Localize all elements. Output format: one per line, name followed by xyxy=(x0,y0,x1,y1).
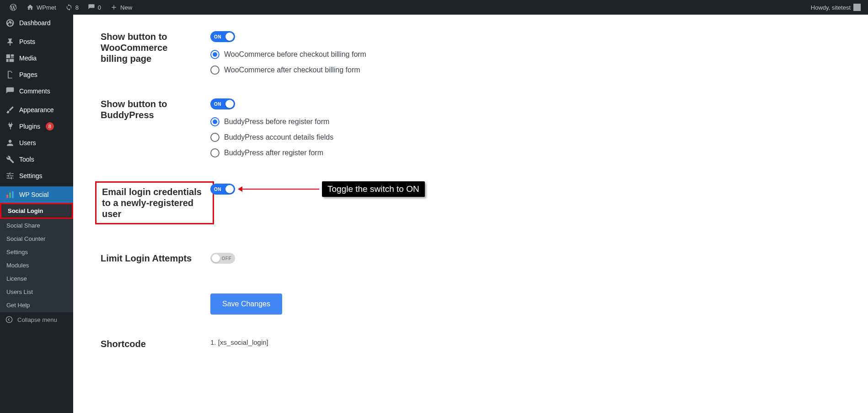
sidebar-item-plugins[interactable]: Plugins 8 xyxy=(0,118,73,135)
setting-shortcode: Shortcode 1. [xs_social_login] xyxy=(73,331,868,357)
sidebar-item-users[interactable]: Users xyxy=(0,135,73,151)
submenu-license[interactable]: License xyxy=(0,272,73,285)
new-content-menu[interactable]: New xyxy=(107,0,136,15)
wordpress-icon xyxy=(9,3,17,11)
radio-icon xyxy=(210,133,220,142)
toggle-limit-attempts[interactable]: OFF xyxy=(210,253,235,264)
svg-point-3 xyxy=(6,316,12,322)
setting-buddypress: Show button to BuddyPress ON BuddyPress … xyxy=(73,91,868,165)
site-name-menu[interactable]: WPmet xyxy=(23,0,60,15)
radio-bp-before[interactable]: BuddyPress before register form xyxy=(210,117,333,126)
updates-menu[interactable]: 8 xyxy=(62,0,82,15)
submenu-settings[interactable]: Settings xyxy=(0,245,73,259)
toggle-knob xyxy=(225,100,234,108)
submenu-users-list[interactable]: Users List xyxy=(0,285,73,299)
sidebar-item-label: Dashboard xyxy=(19,19,51,27)
setting-limit-attempts: Limit Login Attempts OFF xyxy=(73,245,868,272)
setting-label: Limit Login Attempts xyxy=(101,253,197,264)
submenu-social-share[interactable]: Social Share xyxy=(0,219,73,232)
annotation-arrow xyxy=(241,189,319,190)
setting-label: Show button to WooCommerce billing page xyxy=(101,31,197,64)
toggle-label: ON xyxy=(214,187,221,192)
svg-rect-0 xyxy=(7,195,8,198)
howdy-text: Howdy, sitetest xyxy=(811,4,851,11)
plugins-update-badge: 8 xyxy=(46,122,54,130)
collapse-icon xyxy=(5,316,13,323)
wrench-icon xyxy=(5,155,15,164)
sidebar-item-label: Plugins xyxy=(19,123,40,130)
sidebar-item-posts[interactable]: Posts xyxy=(0,33,73,50)
sidebar-item-settings[interactable]: Settings xyxy=(0,168,73,184)
radio-bp-after[interactable]: BuddyPress after register form xyxy=(210,148,333,158)
toggle-knob xyxy=(225,33,234,41)
sidebar-item-dashboard[interactable]: Dashboard xyxy=(0,15,73,31)
comment-icon xyxy=(5,87,15,96)
sidebar-item-comments[interactable]: Comments xyxy=(0,83,73,99)
sidebar-item-label: Users xyxy=(19,139,36,147)
update-icon xyxy=(65,4,73,11)
radio-woo-after[interactable]: WooCommerce after checkout billing form xyxy=(210,65,366,75)
submenu-social-counter[interactable]: Social Counter xyxy=(0,232,73,245)
toggle-email-credentials[interactable]: ON xyxy=(210,184,235,195)
user-icon xyxy=(5,138,15,147)
sidebar-item-label: Tools xyxy=(19,156,34,163)
radio-icon xyxy=(210,65,220,75)
collapse-menu-button[interactable]: Collapse menu xyxy=(0,312,73,327)
sidebar-item-label: WP Social xyxy=(19,191,48,198)
sidebar-item-label: Appearance xyxy=(19,106,54,114)
updates-count: 8 xyxy=(75,4,79,11)
wp-social-icon xyxy=(5,190,15,199)
setting-email-credentials: Email login credentials to a newly-regis… xyxy=(73,174,868,232)
avatar xyxy=(853,4,861,11)
sidebar-item-label: Pages xyxy=(19,71,38,78)
media-icon xyxy=(5,54,15,63)
radio-label: WooCommerce after checkout billing form xyxy=(224,66,360,74)
toggle-label: OFF xyxy=(222,256,232,261)
shortcode-value: 1. [xs_social_login] xyxy=(210,338,268,346)
toggle-buddypress[interactable]: ON xyxy=(210,98,235,109)
svg-rect-1 xyxy=(10,193,11,198)
sidebar-item-wp-social[interactable]: WP Social xyxy=(0,186,73,203)
setting-label: Shortcode xyxy=(101,338,197,349)
sidebar-item-media[interactable]: Media xyxy=(0,50,73,66)
sidebar-item-tools[interactable]: Tools xyxy=(0,151,73,168)
comments-menu[interactable]: 0 xyxy=(84,0,105,15)
annotation-text: Toggle the switch to ON xyxy=(322,181,425,197)
admin-bar: WPmet 8 0 New Howdy, sitetest xyxy=(0,0,868,15)
sidebar-item-pages[interactable]: Pages xyxy=(0,66,73,83)
admin-bar-left: WPmet 8 0 New xyxy=(5,0,136,15)
setting-woocommerce: Show button to WooCommerce billing page … xyxy=(73,24,868,82)
toggle-knob xyxy=(225,185,234,193)
toggle-knob xyxy=(212,254,220,262)
sidebar-item-label: Media xyxy=(19,54,37,62)
collapse-label: Collapse menu xyxy=(17,316,57,323)
home-icon xyxy=(27,4,34,11)
sidebar-item-appearance[interactable]: Appearance xyxy=(0,102,73,118)
sidebar-item-label: Settings xyxy=(19,172,43,179)
toggle-woocommerce[interactable]: ON xyxy=(210,31,235,42)
admin-bar-right[interactable]: Howdy, sitetest xyxy=(811,4,863,11)
submenu-social-login[interactable]: Social Login xyxy=(1,204,72,217)
sidebar-item-label: Comments xyxy=(19,87,50,95)
wp-logo-menu[interactable] xyxy=(5,0,21,15)
comment-icon xyxy=(88,4,95,11)
save-row: Save Changes xyxy=(73,286,868,322)
site-name-text: WPmet xyxy=(37,4,56,11)
dashboard-icon xyxy=(5,18,15,27)
highlight-social-login: Social Login xyxy=(0,203,73,219)
radio-bp-account[interactable]: BuddyPress account details fields xyxy=(210,133,333,142)
submenu-modules[interactable]: Modules xyxy=(0,259,73,272)
new-label: New xyxy=(120,4,132,11)
submenu-get-help[interactable]: Get Help xyxy=(0,299,73,312)
radio-woo-before[interactable]: WooCommerce before checkout billing form xyxy=(210,50,366,59)
save-button[interactable]: Save Changes xyxy=(210,293,282,315)
sliders-icon xyxy=(5,171,15,180)
setting-label: Show button to BuddyPress xyxy=(101,98,197,120)
admin-sidebar: Dashboard Posts Media Pages Comments App… xyxy=(0,15,73,413)
plus-icon xyxy=(110,4,118,11)
wp-social-submenu: Social Login Social Share Social Counter… xyxy=(0,203,73,312)
radio-icon xyxy=(210,50,220,59)
sidebar-item-label: Posts xyxy=(19,38,35,45)
radio-icon xyxy=(210,117,220,126)
comments-count: 0 xyxy=(98,4,101,11)
